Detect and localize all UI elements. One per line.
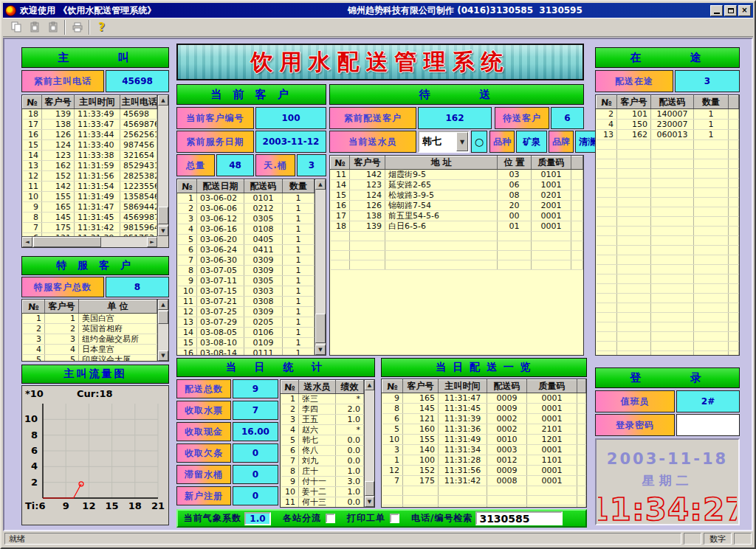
table-row[interactable]: 1813911:33:4945698	[23, 109, 157, 120]
table-row[interactable]: 1403-08-0501061	[178, 328, 315, 338]
horizontal-scrollbar[interactable]: ◄ ►	[22, 236, 157, 247]
column-header[interactable]: 主叫时间	[439, 380, 487, 393]
worker-select[interactable]: 韩七 ▼	[418, 131, 470, 153]
table-row[interactable]: 1412311:33:38321654	[23, 151, 157, 161]
table-row[interactable]: 1713811:33:474569876	[23, 120, 157, 130]
scroll-up-button[interactable]: ▲	[158, 95, 168, 106]
column-header[interactable]: 质量码	[527, 380, 577, 393]
column-header[interactable]: 配送码	[244, 180, 283, 193]
column-header[interactable]: 配送码	[487, 380, 527, 393]
table-row[interactable]: 717511:31:4200080001	[382, 476, 586, 486]
table-row[interactable]: 11何十三0.0	[281, 497, 364, 508]
column-header[interactable]: №	[23, 300, 45, 314]
table-row[interactable]: 8庄十1.0	[281, 466, 364, 477]
scroll-thumb[interactable]	[365, 481, 374, 496]
table-row[interactable]: 717511:31:429815964	[23, 223, 157, 233]
column-header[interactable]: №	[331, 156, 350, 170]
table-row[interactable]: 55印度议会大厦	[23, 355, 157, 362]
table-row[interactable]: 1316211:31:598529431	[23, 161, 157, 171]
table-row[interactable]: 22英国首相府	[23, 324, 157, 334]
table-row[interactable]: 10姜十二1.0	[281, 487, 364, 497]
column-header[interactable]: 数量	[694, 96, 729, 109]
column-header[interactable]: 配送日期	[197, 180, 244, 193]
table-row[interactable]: 6佟八0.0	[281, 446, 364, 456]
worker-circle-button[interactable]: ○	[471, 131, 487, 153]
vertical-scrollbar[interactable]: ▲ ▼	[157, 95, 168, 236]
table-row[interactable]: 16126锦朝路7-54202001	[331, 201, 583, 211]
column-header[interactable]: 客户号	[617, 96, 651, 109]
table-row[interactable]: 1512411:33:40987456	[23, 140, 157, 151]
restore-button[interactable]	[724, 5, 737, 16]
table-row[interactable]: 1015511:31:4900101201	[382, 435, 586, 445]
column-header[interactable]: 地 址	[385, 156, 498, 170]
table-row[interactable]: 17138前五里54-5-6000001	[331, 211, 583, 221]
table-row[interactable]: 1张三*	[281, 394, 364, 404]
table-row[interactable]: 110011:31:2800121101	[382, 455, 586, 466]
table-row[interactable]: 103-06-0201011	[178, 193, 315, 204]
column-header[interactable]: 配送码	[651, 96, 694, 109]
minimize-button[interactable]	[710, 5, 723, 16]
column-header[interactable]: 主叫电话	[120, 96, 157, 109]
table-row[interactable]: 1503-08-1001091	[178, 338, 315, 348]
table-row[interactable]: 21011400071	[597, 109, 739, 120]
paste-button[interactable]	[25, 19, 44, 35]
table-row[interactable]: 1003-07-1503031	[178, 286, 315, 297]
table-row[interactable]: 903-07-1103051	[178, 276, 315, 286]
copy-button[interactable]	[7, 19, 25, 35]
table-row[interactable]: 1015511:31:491358546	[23, 192, 157, 202]
column-header[interactable]: 数量	[283, 180, 315, 193]
column-header[interactable]: 客户号	[45, 300, 79, 314]
table-row[interactable]: 1203-07-2503091	[178, 307, 315, 317]
column-header[interactable]: 送水员	[299, 381, 336, 394]
print-ticket-checkbox[interactable]	[390, 514, 399, 523]
table-row[interactable]: 7刘九0.0	[281, 456, 364, 466]
scroll-up-button[interactable]: ▲	[365, 380, 374, 390]
scroll-left-button[interactable]: ◄	[22, 237, 32, 247]
table-row[interactable]: 1612611:33:442562561	[23, 130, 157, 140]
table-row[interactable]: 5韩七0.0	[281, 435, 364, 446]
vertical-scrollbar[interactable]: ▲ ▼	[364, 380, 374, 507]
scroll-thumb[interactable]	[33, 237, 101, 247]
column-header[interactable]: 客户号	[403, 380, 439, 393]
print-button[interactable]	[68, 19, 86, 35]
table-row[interactable]: 11142烟霞街9-5030101	[331, 170, 583, 180]
table-row[interactable]: 203-06-0602121	[178, 204, 315, 214]
table-row[interactable]: 11美国白宫	[23, 314, 157, 324]
scroll-down-button[interactable]: ▼	[158, 351, 168, 361]
chevron-down-icon[interactable]: ▼	[456, 132, 468, 151]
table-row[interactable]: 1303-07-2902051	[178, 317, 315, 328]
column-header[interactable]: №	[382, 380, 403, 393]
table-row[interactable]: 131620600131	[597, 130, 739, 140]
table-row[interactable]: 916511:31:475869442	[23, 202, 157, 213]
table-row[interactable]: 1215211:31:5600090001	[382, 466, 586, 476]
paste-special-button[interactable]	[44, 19, 62, 35]
weather-coefficient-input[interactable]	[244, 512, 271, 525]
column-header[interactable]: 客户号	[350, 156, 385, 170]
close-button[interactable]: ×	[738, 5, 751, 16]
column-header[interactable]: 主叫时间	[75, 96, 120, 109]
table-row[interactable]: 3王五1.0	[281, 415, 364, 425]
table-row[interactable]: 1103-07-2103081	[178, 297, 315, 307]
scroll-thumb[interactable]	[158, 311, 168, 324]
column-header[interactable]: 位 置	[498, 156, 532, 170]
table-row[interactable]: 303-06-1203051	[178, 214, 315, 224]
scroll-thumb[interactable]	[158, 207, 168, 224]
column-header[interactable]: №	[281, 381, 299, 394]
table-row[interactable]: 314011:31:3400030001	[382, 445, 586, 455]
table-row[interactable]: 603-06-2404111	[178, 245, 315, 255]
table-row[interactable]: 916511:31:4700090001	[382, 393, 586, 404]
phone-search-input[interactable]	[475, 511, 563, 525]
scroll-down-button[interactable]: ▼	[315, 345, 326, 355]
table-row[interactable]: 403-06-1601081	[178, 224, 315, 235]
column-header[interactable]: 绩效	[336, 381, 364, 394]
scroll-right-button[interactable]: ►	[147, 237, 157, 247]
table-row[interactable]: 4赵六*	[281, 425, 364, 435]
table-row[interactable]: 41502300071	[597, 120, 739, 130]
table-row[interactable]: 2李四2.0	[281, 404, 364, 415]
table-row[interactable]: 612111:31:3900020001	[382, 414, 586, 424]
table-row[interactable]: 814511:31:454569987	[23, 213, 157, 223]
password-input[interactable]	[676, 414, 740, 436]
table-row[interactable]: 33纽约金融交易所	[23, 334, 157, 345]
table-row[interactable]: 703-06-3003091	[178, 255, 315, 266]
vertical-scrollbar[interactable]: ▲ ▼	[157, 300, 168, 361]
